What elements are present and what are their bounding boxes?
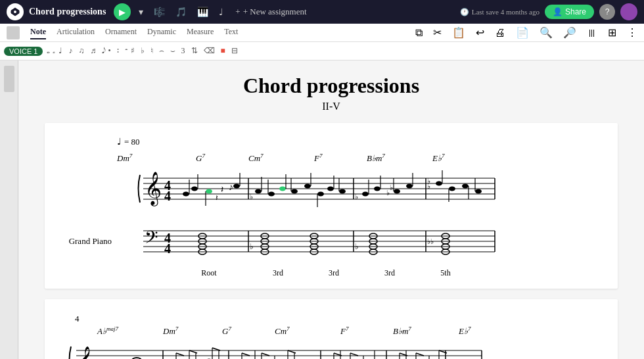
- toolbar-icon-zoom-out[interactable]: 🔎: [563, 26, 576, 39]
- rest-icon[interactable]: 𝄼: [123, 45, 127, 57]
- tuplet-icon[interactable]: 3: [179, 45, 187, 57]
- svg-point-13: [183, 192, 189, 197]
- note-thirtysecond[interactable]: ♬: [88, 45, 98, 57]
- bass-staff-svg: 𝄢 4 4 ♭: [117, 216, 498, 266]
- new-assignment-button[interactable]: + + New assignment: [231, 5, 310, 18]
- toolbar-icon-mixer[interactable]: ⫼: [587, 27, 597, 39]
- help-button[interactable]: ?: [599, 4, 615, 20]
- note-half[interactable]: 𝅗: [51, 45, 55, 57]
- toolbar-icon-cut[interactable]: ✂: [433, 26, 442, 39]
- treble-staff-2-wrapper: 𝄞: [64, 339, 598, 359]
- tab-measure[interactable]: Measure: [187, 26, 214, 39]
- note-quarter[interactable]: ♩: [57, 45, 64, 57]
- treble-staff-svg: 𝄞 4 4: [117, 165, 498, 211]
- svg-text:♭: ♭: [250, 193, 253, 201]
- toolbar-icon-grid[interactable]: ⋮: [627, 26, 637, 39]
- note-dot2[interactable]: ∶: [115, 45, 121, 57]
- svg-point-39: [339, 189, 346, 194]
- flip-icon[interactable]: ⇅: [189, 45, 200, 57]
- toolbar-icon-page[interactable]: 📄: [516, 26, 529, 39]
- svg-point-15: [191, 187, 198, 191]
- svg-point-31: [291, 189, 298, 194]
- app-logo[interactable]: [7, 3, 24, 20]
- svg-point-25: [255, 189, 262, 194]
- svg-text:♭: ♭: [355, 193, 358, 201]
- play-button[interactable]: ▶: [114, 3, 131, 20]
- svg-text:4: 4: [164, 241, 171, 256]
- tab-ornament[interactable]: Ornament: [105, 26, 137, 39]
- position-labels-row: Root 3rd 3rd 3rd 5th: [64, 268, 598, 278]
- svg-text:𝄞: 𝄞: [78, 347, 93, 359]
- svg-point-56: [449, 187, 455, 191]
- note-sixtyfourth[interactable]: 𝅘𝅥𝅮: [100, 45, 104, 57]
- svg-text:♭: ♭: [427, 177, 430, 185]
- svg-point-0: [14, 11, 16, 13]
- panel-toggle[interactable]: [4, 66, 14, 92]
- slur-icon[interactable]: ⌣: [168, 45, 177, 57]
- left-panel: [0, 60, 18, 359]
- tab-note[interactable]: Note: [30, 26, 46, 39]
- chord-names-row: Dm7 G7 Cm7 F7 B♭m7 E♭7: [64, 153, 598, 164]
- label-3rd-2: 3rd: [308, 268, 360, 278]
- tool-icon-2[interactable]: 🎵: [173, 5, 189, 18]
- tab-text[interactable]: Text: [224, 26, 238, 39]
- toolbar-icon-print[interactable]: 🖨: [495, 27, 505, 39]
- share-icon: 👤: [553, 7, 563, 16]
- svg-line-115: [189, 350, 197, 353]
- label-3rd-3: 3rd: [360, 268, 419, 278]
- chord-f7: F7: [314, 153, 367, 164]
- midi-icon[interactable]: ⊟: [229, 45, 240, 57]
- svg-point-37: [327, 187, 334, 191]
- erase-icon[interactable]: ⌫: [202, 45, 217, 57]
- svg-text:♭: ♭: [355, 242, 359, 251]
- toolbar-icon-layout[interactable]: ⊞: [608, 26, 616, 39]
- chord-names-row-2: A♭maj7 Dm7 G7 Cm7 F7 B♭m7 E♭7: [64, 325, 598, 337]
- toolbar-icon-copy[interactable]: ⧉: [415, 27, 423, 39]
- note-sixteenth[interactable]: ♫: [76, 45, 86, 57]
- accidental-sharp[interactable]: ♯: [129, 45, 137, 57]
- score-title: Chord progressions: [45, 74, 618, 98]
- tool-icon-3[interactable]: 🎹: [195, 5, 211, 18]
- svg-point-21: [233, 184, 240, 189]
- toolbar-icon-paste[interactable]: 📋: [452, 26, 465, 39]
- note-whole[interactable]: 𝅝: [45, 45, 49, 57]
- note-eighth[interactable]: ♪: [66, 45, 74, 57]
- svg-point-27: [268, 192, 275, 197]
- voice-dropdown[interactable]: VOICE 1: [4, 47, 43, 56]
- svg-line-145: [350, 353, 358, 356]
- chord-f7-2: F7: [340, 325, 393, 337]
- metronome-icon[interactable]: ♩: [216, 5, 226, 18]
- toolbar-icon-zoom-in[interactable]: 🔍: [540, 26, 553, 39]
- tempo-note-icon: ♩: [117, 136, 122, 147]
- share-button[interactable]: 👤 Share: [545, 5, 594, 19]
- svg-point-33: [304, 184, 311, 189]
- tool-icon-1[interactable]: 🎼: [151, 5, 168, 18]
- tab-articulation[interactable]: Articulation: [57, 26, 95, 39]
- accidental-flat[interactable]: ♭: [139, 45, 147, 57]
- svg-point-35: [317, 192, 324, 197]
- svg-point-42: [362, 192, 369, 197]
- accidental-natural[interactable]: ♮: [149, 45, 155, 57]
- tab-dynamic[interactable]: Dynamic: [147, 26, 176, 39]
- toolbar-icon-undo[interactable]: ↩: [476, 26, 484, 39]
- main-content: Chord progressions II-V ♩ = 80 Dm7 G7 Cm…: [18, 60, 644, 359]
- svg-text:𝄽: 𝄽: [216, 195, 218, 201]
- secondary-toolbar: Note Articulation Ornament Dynamic Measu…: [0, 24, 644, 42]
- svg-point-29: [279, 187, 286, 191]
- svg-text:♭: ♭: [250, 242, 254, 251]
- note-dot[interactable]: •: [106, 45, 112, 57]
- collapse-btn[interactable]: [7, 26, 20, 39]
- tie-icon[interactable]: ⌢: [157, 45, 166, 57]
- avatar[interactable]: [620, 3, 637, 20]
- svg-line-157: [416, 353, 424, 356]
- svg-text:𝄽: 𝄽: [221, 186, 223, 193]
- staff-section-2: 4 A♭maj7 Dm7 G7 Cm7 F7 B♭m7 E♭7: [45, 299, 618, 359]
- dropdown-button[interactable]: ▾: [136, 5, 146, 18]
- chord-dm7: Dm7: [117, 153, 196, 164]
- svg-point-48: [394, 189, 400, 194]
- svg-text:♪: ♪: [229, 182, 233, 192]
- color-icon[interactable]: ■: [219, 45, 227, 57]
- chord-bbm7: B♭m7: [367, 153, 432, 164]
- svg-text:4: 4: [164, 189, 171, 203]
- chord-eb7-2: E♭7: [459, 325, 511, 337]
